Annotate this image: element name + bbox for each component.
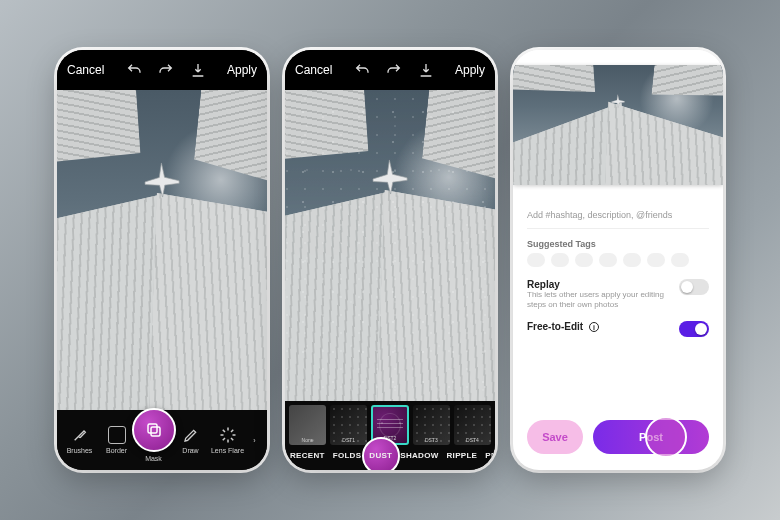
editor-topbar: Cancel Apply [285,50,495,90]
mask-icon [145,421,163,439]
tool-label: Lens Flare [211,447,244,454]
building-shape [57,90,142,172]
filter-category[interactable]: PRISM [482,449,495,462]
info-icon[interactable]: i [589,322,599,332]
border-icon [108,426,126,444]
tool-draw[interactable]: Draw [174,426,208,454]
save-button[interactable]: Save [527,420,583,454]
cancel-button[interactable]: Cancel [295,63,332,77]
selected-highlight [132,408,176,452]
selected-highlight [645,416,687,458]
replay-toggle[interactable] [679,279,709,295]
building-shape [418,90,495,190]
airplane-icon [140,158,183,201]
suggested-tags-row[interactable] [527,249,709,269]
tool-label: Border [106,447,127,454]
more-icon: › [246,431,264,449]
apply-button[interactable]: Apply [455,63,485,77]
tag-pill[interactable] [647,253,665,267]
tag-pill[interactable] [671,253,689,267]
caption-input[interactable]: Add #hashtag, description, @friends [527,210,709,229]
replay-sub: This lets other users apply your editing… [527,290,667,311]
free-to-edit-label: Free-to-Edit [527,321,583,332]
free-to-edit-toggle[interactable] [679,321,709,337]
suggested-tags-label: Suggested Tags [527,239,709,249]
free-to-edit-row: Free-to-Edit i [527,321,709,337]
tool-bar: Brushes Border Mask Draw Lens Flare [57,410,267,470]
share-preview-thumb[interactable] [513,65,723,185]
tag-pill[interactable] [527,253,545,267]
cancel-button[interactable]: Cancel [67,63,104,77]
phone-editor-tools: Cancel Apply Brushes Border [57,50,267,470]
filter-category-row: RECENT FOLDS DUST SHADOW RIPPLE PRISM [285,445,495,468]
tag-pill[interactable] [623,253,641,267]
filter-category[interactable]: FOLDS [330,449,365,462]
filter-thumb[interactable]: DST4 [454,405,491,445]
svg-rect-0 [148,424,157,433]
tool-label: Mask [145,455,162,462]
building-shape [190,90,267,193]
tool-label: Draw [182,447,198,454]
share-bottom-bar: Save Post [513,408,723,470]
replay-label: Replay [527,279,667,290]
redo-icon[interactable] [385,61,403,79]
post-button[interactable]: Post [593,420,709,454]
airplane-icon [368,155,411,198]
tag-pill[interactable] [551,253,569,267]
lensflare-icon [219,426,237,444]
filter-thumb[interactable]: DST1 [330,405,367,445]
undo-icon[interactable] [353,61,371,79]
tool-more[interactable]: › [248,431,262,449]
tag-pill[interactable] [599,253,617,267]
replay-row: Replay This lets other users apply your … [527,279,709,311]
filter-thumb[interactable]: DST3 [413,405,450,445]
share-form: Add #hashtag, description, @friends Sugg… [513,200,723,408]
phone-share: Add #hashtag, description, @friends Sugg… [513,50,723,470]
undo-icon[interactable] [125,61,143,79]
filter-category[interactable]: SHADOW [397,449,441,462]
airplane-icon [610,93,627,110]
photo-canvas[interactable] [57,90,267,410]
filter-panel: None DST1 DST2 DST3 DST4 RECENT FOLDS DU… [285,401,495,470]
draw-icon [182,426,200,444]
apply-button[interactable]: Apply [227,63,257,77]
svg-rect-1 [151,427,160,436]
redo-icon[interactable] [157,61,175,79]
tool-border[interactable]: Border [100,426,134,454]
tag-pill[interactable] [575,253,593,267]
filter-category[interactable]: RIPPLE [444,449,481,462]
building-shape [285,90,370,170]
tool-label: Brushes [67,447,93,454]
tool-mask[interactable]: Mask [137,418,171,462]
tool-brushes[interactable]: Brushes [63,426,97,454]
editor-topbar: Cancel Apply [57,50,267,90]
phone-editor-filters: Cancel Apply None DST1 DST2 DST3 DS [285,50,495,470]
filter-thumb-none[interactable]: None [289,405,326,445]
filter-category-selected[interactable]: DUST [366,449,395,462]
tool-lensflare[interactable]: Lens Flare [211,426,245,454]
photo-canvas[interactable] [285,90,495,401]
download-icon[interactable] [189,61,207,79]
brush-icon [71,426,89,444]
filter-category[interactable]: RECENT [287,449,328,462]
share-preview-area [513,50,723,200]
download-icon[interactable] [417,61,435,79]
